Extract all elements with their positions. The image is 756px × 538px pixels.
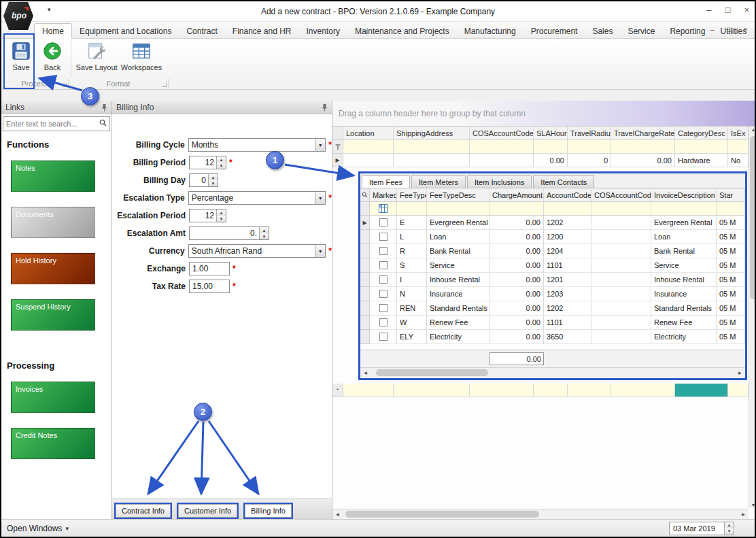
- marked-cell[interactable]: [370, 273, 397, 287]
- open-windows-button[interactable]: Open Windows: [7, 524, 62, 533]
- column-header-slahours[interactable]: SLAHours: [534, 127, 568, 140]
- scroll-right-icon[interactable]: ►: [735, 370, 745, 376]
- item-grid-row[interactable]: NInsurance0.001203Insurance05 M: [360, 287, 745, 301]
- cell-cosaccountcode[interactable]: [591, 230, 651, 244]
- sidebar-button-suspend-history[interactable]: Suspend History: [11, 299, 95, 331]
- cell-invoicedescription[interactable]: Bank Rental: [651, 244, 717, 258]
- marked-cell[interactable]: [370, 230, 397, 244]
- data-cell-shippingaddress[interactable]: [394, 154, 470, 167]
- marked-cell[interactable]: [370, 216, 397, 230]
- cell-feetype[interactable]: S: [397, 258, 427, 273]
- cell-invoicedescription[interactable]: Renew Fee: [651, 316, 717, 330]
- marked-cell[interactable]: [370, 244, 397, 258]
- scroll-right-icon[interactable]: ►: [738, 511, 749, 518]
- cell-accountcode[interactable]: 1101: [544, 316, 591, 330]
- cell-cosaccountcode[interactable]: [591, 258, 651, 273]
- new-row-cell-categorydesc[interactable]: [675, 384, 728, 397]
- search-icon[interactable]: [362, 192, 368, 198]
- pin-icon[interactable]: [101, 103, 107, 112]
- ribbon-tab-sales[interactable]: Sales: [585, 24, 620, 38]
- data-cell-travelchargerate[interactable]: 0.00: [611, 154, 675, 167]
- checkbox-unchecked[interactable]: [379, 218, 388, 226]
- ribbon-button-workspaces[interactable]: Workspaces: [119, 39, 164, 79]
- cell-accountcode[interactable]: 1202: [544, 301, 591, 316]
- field-escalation-type[interactable]: Percentage▼: [188, 191, 326, 205]
- filter-cell-invoicedescription[interactable]: [651, 202, 717, 216]
- tab-customer-info[interactable]: Customer Info: [178, 504, 237, 518]
- main-grid-hscroll-track[interactable]: [343, 509, 738, 519]
- cell-feetypedesc[interactable]: Evergreen Rental: [427, 216, 489, 230]
- marked-cell[interactable]: [370, 330, 397, 344]
- column-header-shippingaddress[interactable]: ShippingAddress: [394, 127, 470, 140]
- item-grid-row[interactable]: RENStandard Rentals0.001202Standard Rent…: [360, 301, 745, 316]
- ribbon-tab-manufacturing[interactable]: Manufacturing: [457, 24, 523, 38]
- cell-cosaccountcode[interactable]: [591, 316, 651, 330]
- column-header-travelchargerate[interactable]: TravelChargeRate: [611, 127, 675, 140]
- cell-invoicedescription[interactable]: Evergreen Rental: [651, 216, 717, 230]
- main-grid-data-row[interactable]: ▶0.0000.00HardwareNo: [332, 154, 756, 167]
- scroll-down-icon[interactable]: ▼: [749, 503, 756, 507]
- cell-chargeamount[interactable]: 0.00: [489, 301, 544, 316]
- ribbon-tab-equipment-and-locations[interactable]: Equipment and Locations: [72, 24, 179, 38]
- cell-accountcode[interactable]: 3650: [544, 330, 591, 344]
- data-cell-isex[interactable]: No: [728, 154, 749, 167]
- marked-cell[interactable]: [370, 258, 397, 273]
- scroll-left-icon[interactable]: ◄: [332, 511, 343, 518]
- new-row-cell-travelradius[interactable]: [568, 384, 611, 397]
- scroll-left-icon[interactable]: ◄: [360, 370, 371, 376]
- field-exchange[interactable]: 1.00: [189, 262, 230, 275]
- new-row-cell-isex[interactable]: [728, 384, 749, 397]
- checkbox-unchecked[interactable]: [379, 233, 388, 241]
- checkbox-unchecked[interactable]: [379, 304, 388, 312]
- checkbox-unchecked[interactable]: [379, 275, 388, 284]
- cell-star[interactable]: 05 M: [717, 287, 745, 301]
- date-picker[interactable]: 03 Mar 2019 ▲ ▼: [669, 522, 734, 535]
- new-row-cell-travelchargerate[interactable]: [611, 384, 675, 397]
- cell-cosaccountcode[interactable]: [591, 273, 651, 287]
- item-grid-row[interactable]: ELYElectricity0.003650Electricity05 M: [360, 330, 745, 344]
- tab-contract-info[interactable]: Contract Info: [116, 504, 171, 518]
- cell-feetypedesc[interactable]: Renew Fee: [427, 316, 489, 330]
- spin-down-icon[interactable]: ▼: [260, 233, 269, 239]
- close-button[interactable]: ×: [744, 5, 749, 15]
- filter-cell-star[interactable]: [717, 202, 745, 216]
- spin-down-icon[interactable]: ▼: [209, 180, 218, 186]
- data-cell-travelradius[interactable]: 0: [568, 154, 611, 167]
- cell-feetypedesc[interactable]: Service: [427, 258, 489, 273]
- new-row-cell-cosaccountcode[interactable]: [470, 384, 534, 397]
- cell-star[interactable]: 05 M: [717, 301, 745, 316]
- cell-invoicedescription[interactable]: Service: [651, 258, 717, 273]
- group-by-hint-bar[interactable]: Drag a column header here to group by th…: [332, 101, 756, 127]
- item-grid-hscrollbar[interactable]: ◄ ►: [360, 367, 745, 378]
- cell-invoicedescription[interactable]: Loan: [651, 230, 717, 244]
- cell-chargeamount[interactable]: 0.00: [489, 230, 544, 244]
- cell-feetype[interactable]: I: [397, 273, 427, 287]
- filter-cell-travelradius[interactable]: [568, 140, 611, 154]
- item-grid-row[interactable]: IInhouse Rental0.001201Inhouse Rental05 …: [360, 273, 745, 287]
- item-grid-row[interactable]: RBank Rental0.001204Bank Rental05 M: [360, 244, 745, 258]
- filter-cell-slahours[interactable]: [534, 140, 568, 154]
- group-launcher-icon[interactable]: [162, 83, 167, 87]
- spin-up-icon[interactable]: ▲: [217, 209, 226, 216]
- chevron-down-icon[interactable]: ▼: [315, 139, 325, 151]
- cell-invoicedescription[interactable]: Electricity: [651, 330, 717, 344]
- spin-up-icon[interactable]: ▲: [260, 227, 269, 233]
- field-billing-period[interactable]: 12▲▼: [189, 156, 226, 169]
- cell-cosaccountcode[interactable]: [591, 330, 651, 344]
- tab-item-fees[interactable]: Item Fees: [362, 175, 410, 188]
- cell-cosaccountcode[interactable]: [591, 216, 651, 230]
- cell-feetype[interactable]: N: [397, 287, 427, 301]
- cell-accountcode[interactable]: 1101: [544, 258, 591, 273]
- item-grid-row[interactable]: WRenew Fee0.001101Renew Fee05 M: [360, 316, 745, 330]
- column-header-isex[interactable]: IsEx: [728, 127, 749, 140]
- ribbon-button-back[interactable]: Back: [37, 39, 68, 79]
- field-tax-rate[interactable]: 15.00: [189, 280, 230, 293]
- field-currency[interactable]: South African Rand▼: [188, 244, 326, 258]
- main-grid-new-row[interactable]: *: [332, 384, 756, 397]
- column-header-feetypedesc[interactable]: FeeTypeDesc: [427, 188, 489, 202]
- cell-chargeamount[interactable]: 0.00: [489, 316, 544, 330]
- ribbon-button-save[interactable]: Save: [5, 39, 37, 79]
- ribbon-tab-service[interactable]: Service: [620, 24, 662, 38]
- item-grid-hscroll-track[interactable]: [371, 368, 735, 378]
- column-header-feetype[interactable]: FeeType: [397, 188, 427, 202]
